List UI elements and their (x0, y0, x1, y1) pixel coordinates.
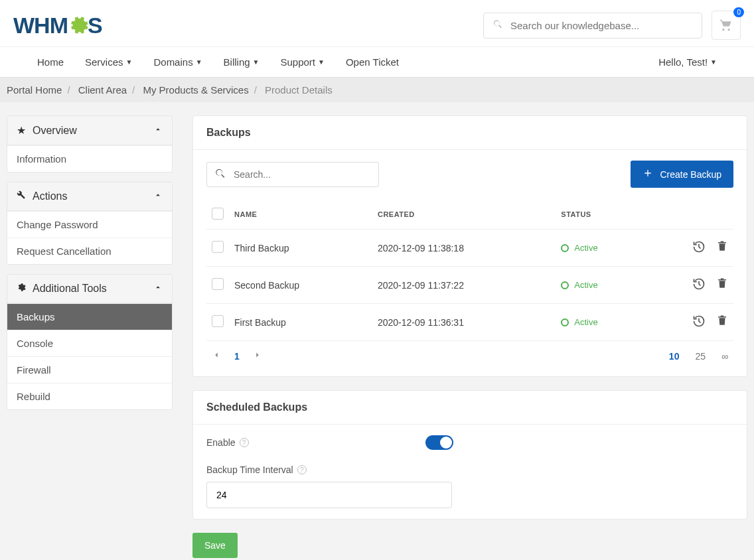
nav-open-ticket[interactable]: Open Ticket (335, 47, 410, 77)
col-created[interactable]: CREATED (372, 200, 556, 230)
sidebar-actions-panel: Actions Change Password Request Cancella… (7, 182, 173, 265)
pager-prev[interactable] (212, 350, 221, 362)
knowledgebase-search-input[interactable] (483, 13, 702, 38)
row-created: 2020-12-09 11:37:22 (372, 267, 556, 304)
nav-greeting[interactable]: Hello, Test!▼ (648, 47, 727, 77)
restore-icon[interactable] (692, 277, 706, 293)
sidebar-item-console[interactable]: Console (7, 330, 172, 356)
search-icon (214, 167, 226, 181)
sidebar-item-information[interactable]: Information (7, 145, 172, 172)
pager-next[interactable] (253, 350, 262, 362)
chevron-up-icon (153, 283, 163, 295)
col-name[interactable]: NAME (229, 200, 372, 230)
nav-domains[interactable]: Domains▼ (143, 47, 212, 77)
help-icon[interactable]: ? (240, 438, 249, 447)
interval-input[interactable] (206, 482, 452, 508)
row-name: First Backup (229, 304, 372, 341)
delete-icon[interactable] (716, 277, 728, 293)
gear-icon (17, 283, 26, 295)
select-all-checkbox[interactable] (212, 208, 224, 220)
table-row: Third Backup 2020-12-09 11:38:18 Active (206, 230, 733, 267)
breadcrumb-current: Product Details (265, 84, 333, 96)
backups-search-input[interactable] (206, 162, 379, 187)
search-icon (492, 19, 503, 32)
sidebar-item-backups[interactable]: Backups (7, 303, 172, 330)
row-created: 2020-12-09 11:36:31 (372, 304, 556, 341)
sidebar-overview-header[interactable]: ★Overview (7, 116, 172, 145)
chevron-down-icon: ▼ (196, 58, 202, 66)
scheduled-backups-card: Scheduled Backups Enable? Backup Time In… (192, 390, 747, 520)
breadcrumb-products[interactable]: My Products & Services (143, 84, 248, 96)
status-badge: Active (561, 243, 640, 253)
backups-search (206, 162, 379, 187)
gear-icon (66, 14, 89, 36)
cart-badge: 0 (733, 7, 744, 17)
save-button[interactable]: Save (192, 533, 238, 558)
cart-button[interactable]: 0 (712, 11, 741, 40)
sidebar-tools-panel: Additional Tools Backups Console Firewal… (7, 274, 173, 410)
chevron-down-icon: ▼ (126, 58, 133, 66)
sidebar-item-rebuild[interactable]: Rebuild (7, 383, 172, 409)
status-badge: Active (561, 280, 640, 290)
knowledgebase-search (483, 13, 702, 38)
pager: 1 10 25 ∞ (206, 341, 733, 366)
create-backup-button[interactable]: Create Backup (631, 161, 733, 188)
chevron-up-icon (153, 125, 163, 137)
chevron-down-icon: ▼ (710, 58, 717, 66)
row-name: Second Backup (229, 267, 372, 304)
pagesize-10[interactable]: 10 (669, 351, 680, 362)
breadcrumb-client[interactable]: Client Area (78, 84, 127, 96)
enable-toggle[interactable] (425, 435, 453, 450)
logo[interactable]: WHMS (13, 13, 102, 38)
nav-home[interactable]: Home (27, 47, 74, 77)
pagesize-25[interactable]: 25 (695, 351, 706, 362)
main-nav: Home Services▼ Domains▼ Billing▼ Support… (0, 46, 754, 78)
breadcrumb-portal[interactable]: Portal Home (7, 84, 62, 96)
interval-label: Backup Time Interval? (206, 464, 733, 475)
sidebar-item-request-cancellation[interactable]: Request Cancellation (7, 238, 172, 264)
row-name: Third Backup (229, 230, 372, 267)
plus-icon (642, 168, 653, 180)
delete-icon[interactable] (716, 240, 728, 255)
restore-icon[interactable] (692, 315, 706, 330)
sidebar-item-firewall[interactable]: Firewall (7, 356, 172, 383)
backups-title: Backups (193, 116, 747, 150)
table-row: First Backup 2020-12-09 11:36:31 Active (206, 304, 733, 341)
chevron-down-icon: ▼ (253, 58, 260, 66)
nav-support[interactable]: Support▼ (269, 47, 335, 77)
sidebar-item-change-password[interactable]: Change Password (7, 211, 172, 238)
sidebar-actions-header[interactable]: Actions (7, 182, 172, 211)
chevron-down-icon: ▼ (318, 58, 325, 66)
pager-page[interactable]: 1 (234, 351, 240, 362)
enable-label: Enable? (206, 437, 425, 448)
status-badge: Active (561, 317, 640, 327)
wrench-icon (17, 190, 26, 202)
sidebar-tools-header[interactable]: Additional Tools (7, 275, 172, 303)
table-row: Second Backup 2020-12-09 11:37:22 Active (206, 267, 733, 304)
delete-icon[interactable] (716, 315, 728, 330)
sidebar-overview-panel: ★Overview Information (7, 115, 173, 173)
nav-billing[interactable]: Billing▼ (213, 47, 270, 77)
scheduled-title: Scheduled Backups (193, 391, 747, 425)
col-status[interactable]: STATUS (556, 200, 645, 230)
restore-icon[interactable] (692, 240, 706, 255)
nav-services[interactable]: Services▼ (74, 47, 143, 77)
help-icon[interactable]: ? (297, 465, 307, 474)
row-checkbox[interactable] (212, 241, 224, 253)
star-icon: ★ (17, 124, 26, 137)
backups-table: NAME CREATED STATUS Third Backup 2020-12… (206, 200, 733, 341)
row-checkbox[interactable] (212, 315, 224, 327)
row-checkbox[interactable] (212, 278, 224, 290)
pagesize-inf[interactable]: ∞ (721, 351, 728, 362)
breadcrumb: Portal Home/ Client Area/ My Products & … (0, 78, 754, 102)
row-created: 2020-12-09 11:38:18 (372, 230, 556, 267)
backups-card: Backups Create Backup NAME (192, 115, 747, 377)
chevron-up-icon (153, 190, 163, 202)
